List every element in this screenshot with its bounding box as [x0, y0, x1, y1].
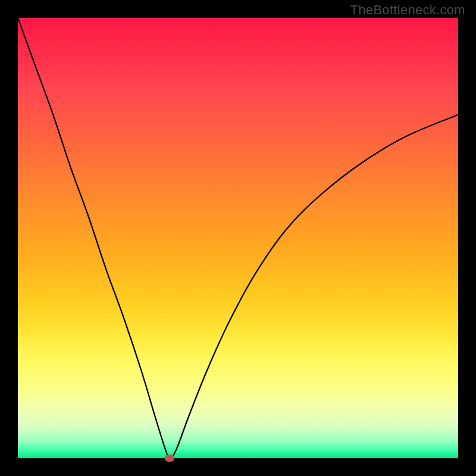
watermark-text: TheBottleneck.com [350, 2, 465, 18]
chart-curve [18, 18, 458, 458]
optimum-marker [165, 455, 174, 462]
